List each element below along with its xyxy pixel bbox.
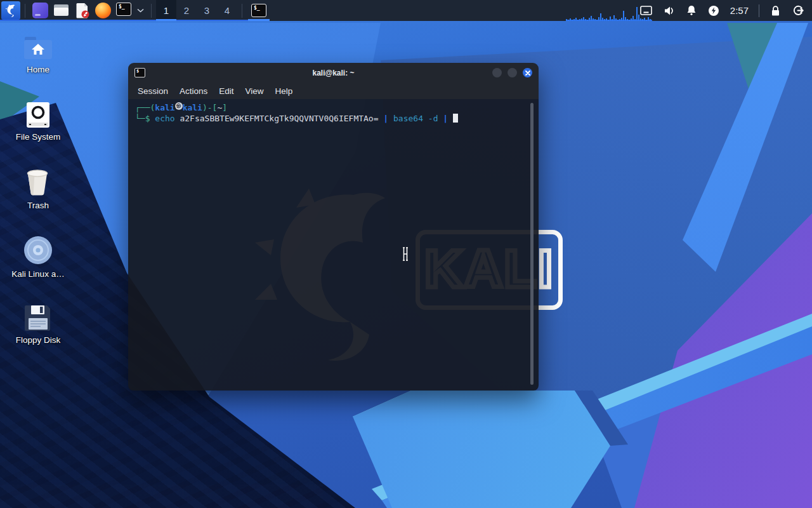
desktop-icon-label: Home (5, 65, 71, 74)
window-titlebar[interactable]: $ kali@kali: ~ (128, 63, 539, 83)
panel-accent-line (0, 20, 255, 21)
terminal-scrollbar[interactable] (530, 103, 534, 385)
workspace-2[interactable]: 2 (176, 0, 197, 21)
close-button[interactable] (523, 68, 532, 77)
terminal-icon: $_ (251, 4, 266, 17)
top-panel: $_ 1 2 3 4 $_ (0, 0, 812, 21)
launcher-file-manager[interactable] (53, 3, 69, 18)
terminal-output[interactable]: ┌──(kali㉿kali)-[~] └─$ echo a2FsaSBBTEw9… (128, 99, 539, 391)
taskbar-item-terminal[interactable]: $_ (247, 0, 271, 21)
launcher-firefox[interactable] (95, 3, 111, 18)
home-folder-icon (5, 34, 71, 61)
cd-disc-icon (5, 235, 71, 265)
desktop-icon-label: Trash (5, 201, 71, 210)
menu-edit[interactable]: Edit (213, 86, 239, 96)
workspace-1[interactable]: 1 (156, 0, 176, 21)
file-system-icon (5, 102, 71, 128)
floppy-disk-icon (5, 304, 71, 331)
cpu-graph[interactable] (566, 3, 652, 21)
active-workspace-indicator (156, 19, 176, 21)
prompt-line-1: ┌──(kali㉿kali)-[~] (135, 102, 539, 113)
power-badge-icon (708, 5, 719, 17)
terminal-window: $ kali@kali: ~ Session Actions Edit View… (128, 63, 539, 391)
minimize-button[interactable] (492, 68, 502, 77)
lock-screen-button[interactable] (770, 5, 781, 17)
window-title: kali@kali: ~ (128, 69, 539, 77)
desktop-icon-floppy[interactable]: Floppy Disk (5, 304, 71, 345)
terminal-icon: $_ (116, 3, 131, 16)
menu-bar: Session Actions Edit View Help (128, 83, 539, 99)
prompt-line-2: └─$ echo a2FsaSBBTEw9KEFMTCkgTk9QQVNTV0Q… (135, 113, 539, 124)
desktop: KALI Home File System (0, 0, 812, 508)
lock-icon (770, 5, 781, 17)
desktop-icon-label: File System (5, 132, 71, 142)
bell-icon (686, 5, 697, 16)
menu-session[interactable]: Session (132, 86, 174, 96)
logout-button[interactable] (792, 4, 804, 17)
launcher-text-editor[interactable] (74, 3, 90, 18)
clock[interactable]: 2:57 (730, 5, 749, 16)
kali-dragon-icon (4, 4, 17, 18)
workspace-4[interactable]: 4 (217, 0, 237, 21)
tray-separator (759, 4, 759, 17)
desktop-icon-kali-cd[interactable]: Kali Linux a… (5, 235, 71, 279)
panel-separator (25, 4, 25, 18)
menu-help[interactable]: Help (270, 86, 299, 96)
speaker-icon (664, 6, 675, 16)
menu-view[interactable]: View (240, 86, 270, 96)
applications-menu-button[interactable] (1, 1, 20, 20)
desktop-icon-label: Floppy Disk (5, 335, 71, 345)
desktop-icon-trash[interactable]: Trash (5, 168, 71, 210)
desktop-icon-label: Kali Linux a… (5, 269, 71, 279)
chevron-down-icon[interactable] (137, 8, 144, 13)
close-icon (525, 70, 530, 76)
maximize-button[interactable] (508, 68, 517, 77)
menu-actions[interactable]: Actions (174, 86, 213, 96)
workspace-3[interactable]: 3 (197, 0, 217, 21)
power-manager-tray-icon[interactable] (708, 5, 719, 17)
document-icon (74, 3, 90, 18)
active-window-indicator (248, 19, 270, 21)
volume-tray-icon[interactable] (664, 6, 675, 16)
panel-separator (242, 4, 242, 18)
launcher-appearance[interactable] (32, 3, 48, 18)
notifications-tray-icon[interactable] (686, 5, 697, 16)
launcher-terminal[interactable]: $_ (116, 3, 132, 18)
desktop-icon-home[interactable]: Home (5, 34, 71, 74)
desktop-icon-filesystem[interactable]: File System (5, 102, 71, 142)
user-host-separator: ㉿ (175, 102, 183, 110)
system-tray: 2:57 (544, 0, 812, 21)
logout-icon (792, 4, 804, 17)
trash-icon (5, 168, 71, 197)
text-cursor-pointer (400, 246, 411, 262)
terminal-cursor (453, 114, 458, 123)
panel-separator (151, 4, 152, 18)
